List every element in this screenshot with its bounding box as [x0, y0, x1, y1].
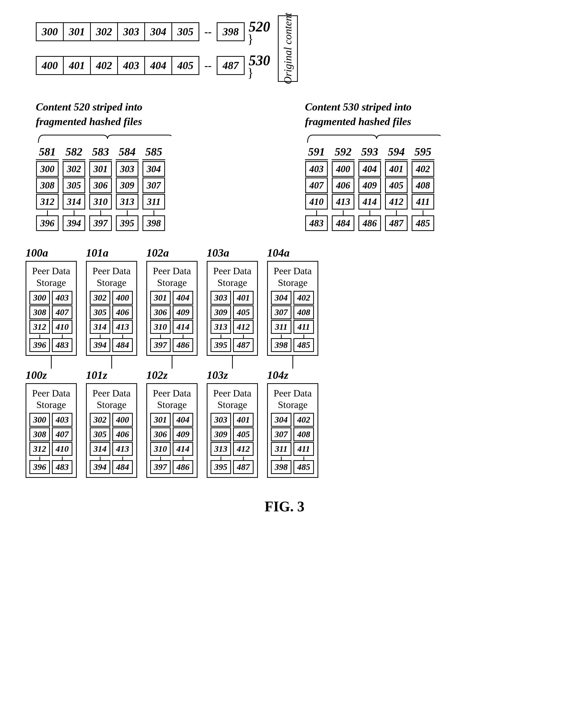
- cell-304: 304: [144, 22, 171, 41]
- p100z-c2-r1: 403: [52, 413, 72, 427]
- p100a-c1-r2: 308: [29, 305, 50, 319]
- p104z-c2-r3: 411: [293, 442, 314, 456]
- p103a-c1-r3: 313: [211, 320, 231, 334]
- brace-520: 520 }: [249, 19, 270, 44]
- p103z-c2-r1: 401: [233, 413, 254, 427]
- peer-title-103a: Peer DataStorage: [211, 265, 254, 289]
- sc-401a: 401: [385, 161, 408, 177]
- p100z-c2-r3: 410: [52, 442, 72, 456]
- p102a-c1-bot: 397: [150, 338, 171, 352]
- p103a-c1-r1: 303: [211, 291, 231, 305]
- sc-413a: 413: [332, 194, 354, 209]
- p102z-c1-bot: 397: [150, 460, 171, 474]
- sc-409a: 409: [358, 178, 381, 193]
- striped-520-title: Content 520 striped intofragmented hashe…: [36, 100, 279, 129]
- peer-node-103z: 103z Peer DataStorage 303 309 313 395 40…: [207, 369, 258, 478]
- p102a-c1-r3: 310: [150, 320, 171, 334]
- cell-404: 404: [144, 56, 171, 75]
- p104z-c1-r1: 304: [271, 413, 291, 427]
- p104z-c1-bot: 398: [271, 460, 291, 474]
- sc-303a: 303: [116, 161, 138, 177]
- p100z-c1-r1: 300: [29, 413, 50, 427]
- col-label-581: 581: [39, 145, 56, 158]
- p102z-c1-r1: 301: [150, 413, 171, 427]
- p101z-c2-bot: 484: [112, 460, 133, 474]
- p100a-c1-r1: 300: [29, 291, 50, 305]
- sc-307: 307: [143, 178, 165, 193]
- p103z-c1-bot: 395: [211, 460, 231, 474]
- p101a-c1-r2: 305: [90, 305, 110, 319]
- sc-400a: 400: [332, 161, 354, 177]
- col-label-595: 595: [414, 145, 431, 158]
- cell-305: 305: [171, 22, 199, 41]
- sc-403a: 403: [305, 161, 328, 177]
- peer-label-102a: 102a: [146, 246, 169, 259]
- cell-300: 300: [36, 22, 63, 41]
- sc-313: 313: [116, 194, 138, 209]
- p100a-c2-bot: 483: [52, 338, 72, 352]
- p102a-c1-r2: 306: [150, 305, 171, 319]
- p101a-c1-bot: 394: [90, 338, 110, 352]
- stripe-col-594: 594 401 405 412 487: [385, 145, 408, 231]
- cell-402: 402: [90, 56, 117, 75]
- p104a-c2-r1: 402: [293, 291, 314, 305]
- p101z-c1-r3: 314: [90, 442, 110, 456]
- p104a-c1-r3: 311: [271, 320, 291, 334]
- sc-311a: 311: [143, 194, 165, 209]
- p102a-c2-bot: 486: [173, 338, 193, 352]
- p104a-c2-bot: 485: [293, 338, 314, 352]
- p103z-c2-r3: 412: [233, 442, 254, 456]
- p102a-c2-r1: 404: [173, 291, 193, 305]
- sc-302: 302: [63, 161, 85, 177]
- peer-label-104z: 104z: [267, 369, 288, 382]
- stripe-col-582: 582 302 305 314 394: [62, 145, 85, 231]
- peer-title-101z: Peer DataStorage: [90, 388, 133, 411]
- p104a-c2-r3: 411: [293, 320, 314, 334]
- p102z-c2-r2: 409: [173, 427, 193, 441]
- sc-308: 308: [36, 178, 59, 193]
- peer-node-102z: 102z Peer DataStorage 301 306 310 397 40…: [146, 369, 198, 478]
- peer-node-104z: 104z Peer DataStorage 304 307 311 398 40…: [267, 369, 318, 478]
- cell-302: 302: [90, 22, 117, 41]
- sc-304a: 304: [143, 161, 165, 177]
- cell-301: 301: [63, 22, 90, 41]
- dash-520: --: [204, 26, 212, 38]
- stripe-col-583: 583 301 306 310 397: [89, 145, 112, 231]
- peer-title-101a: Peer DataStorage: [90, 265, 133, 289]
- brace-530-svg: [305, 134, 441, 144]
- peer-label-102z: 102z: [146, 369, 168, 382]
- sc-396: 396: [36, 215, 59, 231]
- sc-394: 394: [63, 215, 85, 231]
- p101a-c2-bot: 484: [112, 338, 133, 352]
- p102z-c1-r3: 310: [150, 442, 171, 456]
- p101z-c1-bot: 394: [90, 460, 110, 474]
- p102z-c2-r1: 404: [173, 413, 193, 427]
- sc-397: 397: [89, 215, 112, 231]
- p103a-c2-bot: 487: [233, 338, 254, 352]
- p103z-c2-r2: 405: [233, 427, 254, 441]
- sc-305: 305: [63, 178, 85, 193]
- sc-314: 314: [63, 194, 85, 209]
- p102a-c2-r2: 409: [173, 305, 193, 319]
- col-label-591: 591: [308, 145, 325, 158]
- sc-300: 300: [36, 161, 59, 177]
- p101z-c1-r1: 302: [90, 413, 110, 427]
- fig-label: FIG. 3: [20, 498, 549, 515]
- p102a-c1-r1: 301: [150, 291, 171, 305]
- p103a-c2-r1: 401: [233, 291, 254, 305]
- dash-530: --: [204, 59, 212, 72]
- p100z-c2-bot: 483: [52, 460, 72, 474]
- p100a-c2-r3: 410: [52, 320, 72, 334]
- p101z-c2-r1: 400: [112, 413, 133, 427]
- col-label-582: 582: [65, 145, 82, 158]
- p100a-c2-r1: 403: [52, 291, 72, 305]
- p101a-c2-r3: 413: [112, 320, 133, 334]
- p100a-c2-r2: 407: [52, 305, 72, 319]
- peer-title-100z: Peer DataStorage: [29, 388, 73, 411]
- p104a-c1-r1: 304: [271, 291, 291, 305]
- peer-label-103z: 103z: [207, 369, 228, 382]
- p100z-c1-r2: 308: [29, 427, 50, 441]
- col-label-593: 593: [361, 145, 378, 158]
- sc-398: 398: [143, 215, 165, 231]
- sc-306: 306: [89, 178, 112, 193]
